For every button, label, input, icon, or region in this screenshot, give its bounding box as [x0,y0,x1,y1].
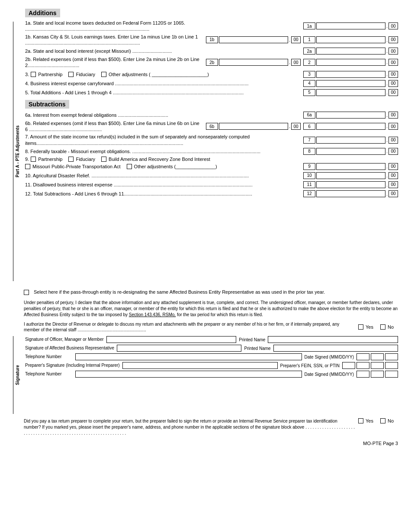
line-4-num: 4 [303,80,315,87]
fein-box-2[interactable] [356,362,369,369]
line-3-other-group: Other adjustments ( ____________________… [101,72,209,77]
line-1-input[interactable] [316,36,385,43]
line-9-fiduciary-checkbox[interactable] [68,157,74,162]
date-box-group-2 [356,371,398,378]
line-3-other-checkbox[interactable] [101,72,106,77]
date-box2-mm[interactable] [356,371,369,378]
line-10-fields: 10 . 00 [302,172,398,179]
line-9-fields: 9 . 00 [302,163,398,170]
line-12-input[interactable] [316,190,385,197]
line-6a-cents: 00 [389,112,398,119]
no-checkbox[interactable] [380,324,385,330]
preparer-sig-input[interactable] [122,362,278,369]
line-3-partnership-group: Partnership [31,72,62,77]
fein-box-1[interactable] [342,362,355,369]
date-box2-yy[interactable] [385,371,398,378]
telephone-input[interactable] [75,353,302,360]
preparer-fein-label: Preparer's FEIN, SSN, or PTIN [280,363,340,368]
line-9-fiduciary-label: Fiduciary [76,157,95,162]
line-3-input[interactable] [316,71,385,78]
line-2-cents: 00 [389,59,398,66]
select-checkbox[interactable] [24,290,29,295]
line-5-input[interactable] [316,89,385,96]
date-box-mm[interactable] [356,353,369,360]
footer-question-text: Did you pay a tax return preparer to com… [24,418,356,436]
line-6b-cents: 00 [291,123,301,130]
line-7-input[interactable] [316,137,385,144]
line-9-build-america-label: Build America and Recovery Zone Bond Int… [109,157,210,162]
line-3-num: 3 [303,71,315,78]
line-1-cents: 00 [389,36,398,43]
line-6b-input[interactable] [219,123,288,130]
line-4-row: 4. Business interest expense carryforwar… [25,80,398,87]
line-8-input[interactable] [316,148,385,155]
yes-group: Yes [358,324,373,330]
line-9-partnership-group: Partnership [31,157,62,162]
officer-printed-input[interactable] [268,336,398,343]
line-2b-num: 2b [206,59,218,66]
line-5-cents: 00 [389,89,398,96]
affected-sig-label: Signature of Affected Business Represent… [25,346,114,351]
line-2a-input[interactable] [316,48,385,54]
line-2-input[interactable] [316,59,385,66]
line-4-label: 4. Business interest expense carryforwar… [25,80,300,87]
line-3-partnership-label: Partnership [38,72,62,77]
line-11-input[interactable] [316,181,385,188]
section-link[interactable]: Section 143.436, RSMo, [129,312,176,317]
date-signed-label: Date Signed (MM/DD/YY) [305,355,354,359]
line-6a-input[interactable] [316,112,385,119]
line-1a-input[interactable] [316,22,385,29]
line-3-fiduciary-group: Fiduciary [68,72,95,77]
date-box-yy[interactable] [385,353,398,360]
line-2b-input[interactable] [219,59,288,66]
line-1b-input[interactable] [219,36,288,43]
line-10-row: 10. Agricultural Disaster Relief. ......… [25,172,398,179]
line-4-input[interactable] [316,80,385,87]
affected-sig-input[interactable] [117,345,241,352]
line-9-moppta-checkbox[interactable] [25,164,30,169]
line-2a-label: 2a. State and local bond interest (excep… [25,48,300,54]
fein-box-group [342,362,398,369]
line-9-other-checkbox[interactable] [127,164,132,169]
authorize-text: I authorize the Director of Revenue or d… [24,321,356,333]
fein-box-4[interactable] [385,362,398,369]
preparer-sig-label: Preparer's Signature (Including Internal… [25,363,120,368]
officer-sig-input[interactable] [106,336,237,343]
line-10-num: 10 [303,172,315,179]
date-box-dd[interactable] [371,353,384,360]
line-1a-label: 1a. State and local income taxes deducte… [25,20,300,32]
subtractions-section: Subtractions 6a. Interest from exempt fe… [25,100,398,198]
no-group: No [380,324,394,330]
line-3-fields: 3 . 00 [302,71,398,78]
date-box2-dd[interactable] [371,371,384,378]
line-2a-num: 2a [303,48,315,54]
line-1a-cents: 00 [389,22,398,29]
line-9-build-america-checkbox[interactable] [101,157,106,162]
line-9-partnership-checkbox[interactable] [31,157,36,162]
line-2b-row: 2b. Related expenses (omit if less than … [25,56,398,69]
line-10-input[interactable] [316,172,385,179]
line-6-input[interactable] [316,123,385,130]
footer-yes-group: Yes [358,418,373,423]
line-6a-fields: 6a . 00 [302,112,398,119]
yes-checkbox[interactable] [358,324,363,330]
line-8-label: 8. Federally taxable - Missouri exempt o… [25,148,300,154]
line-2a-row: 2a. State and local bond interest (excep… [25,47,398,55]
line-5-num: 5 [303,89,315,96]
line-3-fiduciary-checkbox[interactable] [68,72,74,77]
line-7-num: 7 [303,137,315,144]
preparer-sig-row: Preparer's Signature (Including Internal… [25,362,398,369]
fein-box-3[interactable] [371,362,384,369]
line-11-row: 11. Disallowed business interest expense… [25,181,398,189]
footer-no-checkbox[interactable] [380,418,385,423]
telephone2-input[interactable] [75,371,302,378]
footer-yes-checkbox[interactable] [358,418,363,423]
line-3-prefix: 3. [25,72,29,77]
line-9-partnership-label: Partnership [38,157,62,162]
line-3-partnership-checkbox[interactable] [31,72,36,77]
footer-question-row: Did you pay a tax return preparer to com… [24,418,398,436]
line-9-input[interactable] [316,163,385,170]
affected-printed-input[interactable] [273,345,398,352]
line-3-row: 3. Partnership Fiduciary Other adjustmen… [25,71,398,78]
no-label: No [388,324,394,330]
